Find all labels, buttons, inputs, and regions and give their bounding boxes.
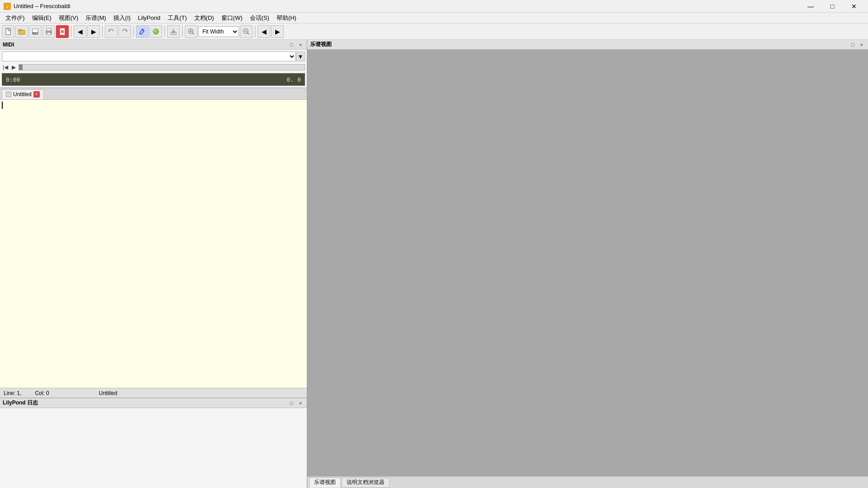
midi-progress-bar[interactable] [19, 64, 305, 70]
print-preview-button[interactable] [29, 25, 42, 38]
score-back-button[interactable]: ◀ [258, 25, 270, 38]
editor-tab-close[interactable]: × [33, 91, 40, 98]
score-forward-button[interactable]: ▶ [271, 25, 284, 38]
score-header: 乐谱视图 □ × [307, 40, 868, 50]
score-tab-scoreview[interactable]: 乐谱视图 [309, 478, 341, 488]
log-close-btn[interactable]: × [297, 400, 304, 407]
toolbar-score-nav-group: ◀ ▶ [258, 25, 284, 38]
midi-progress-fill [19, 65, 23, 70]
main-layout: MIDI □ × ▼ |◀ ▶ [0, 40, 868, 488]
maximize-button[interactable]: □ [822, 0, 843, 13]
midi-title: MIDI [3, 42, 14, 48]
toolbar-sep-5 [182, 26, 183, 37]
menu-item-编辑E[interactable]: 编辑(E) [28, 13, 55, 23]
midi-dropdown-arrow[interactable]: ▼ [296, 51, 305, 61]
forward-button[interactable]: ▶ [87, 25, 100, 38]
midi-header: MIDI □ × [0, 40, 307, 50]
menu-item-LilyPond[interactable]: LilyPond [134, 14, 164, 22]
editor-content[interactable] [0, 100, 307, 388]
zoom-controls: Fit Width Fit Page 50% 75% 100% 125% 150… [185, 25, 253, 38]
zoom-out-button[interactable] [240, 25, 253, 38]
midi-time: 0:00 [6, 76, 20, 83]
left-panel: MIDI □ × ▼ |◀ ▶ [0, 40, 307, 488]
editor-tabs: Untitled × [0, 88, 307, 100]
print-button[interactable] [42, 25, 55, 38]
title-left: ♩ Untitled – Frescobaldi [4, 3, 70, 10]
log-header: LilyPond 日志 □ × [0, 398, 307, 408]
delete-button[interactable] [56, 25, 69, 38]
editor-tab-label: Untitled [13, 91, 32, 98]
toolbar-sep-6 [255, 26, 255, 37]
score-tab-docbrowser[interactable]: 说明文档浏览器 [342, 478, 389, 488]
zoom-select[interactable]: Fit Width Fit Page 50% 75% 100% 125% 150… [198, 26, 239, 37]
editor-area: Untitled × Line: 1, Col: 0 Untitled [0, 88, 307, 398]
midi-play-button[interactable]: ▶ [11, 63, 17, 71]
toolbar-nav-group: ◀ ▶ [74, 25, 100, 38]
editor-tab-icon [6, 92, 11, 97]
menu-item-工具T[interactable]: 工具(T) [164, 13, 191, 23]
score-tabs-bar: 乐谱视图 说明文档浏览器 [307, 476, 868, 488]
open-button[interactable] [15, 25, 28, 38]
svg-rect-9 [47, 33, 51, 35]
svg-point-18 [154, 30, 156, 32]
midi-display: 0:00 0. 0 [2, 73, 305, 86]
score-title: 乐谱视图 [310, 41, 332, 48]
redo-button[interactable] [118, 25, 131, 38]
engrave-button[interactable] [150, 25, 162, 38]
svg-line-27 [247, 33, 249, 34]
midi-minimize-btn[interactable]: □ [288, 41, 295, 48]
score-close-btn[interactable]: × [858, 41, 865, 48]
menu-item-窗口W[interactable]: 窗口(W) [218, 13, 246, 23]
svg-line-23 [192, 33, 194, 34]
menu-item-会话S[interactable]: 会话(S) [246, 13, 273, 23]
export-button[interactable] [167, 25, 180, 38]
midi-panel: MIDI □ × ▼ |◀ ▶ [0, 40, 307, 88]
close-button[interactable]: ✕ [844, 0, 864, 13]
status-bar: Line: 1, Col: 0 Untitled [0, 388, 307, 398]
midi-dropdown-row: ▼ [2, 51, 305, 61]
minimize-button[interactable]: — [800, 0, 821, 13]
menu-item-文件F[interactable]: 文件(F) [2, 13, 28, 23]
toolbar-action-group [136, 25, 162, 38]
back-button[interactable]: ◀ [74, 25, 86, 38]
edit-mode-button[interactable] [136, 25, 149, 38]
toolbar-sep-3 [133, 26, 134, 37]
toolbar: ◀ ▶ Fit Width Fit Page 50% 75% 100% [0, 23, 868, 40]
midi-counter: 0 [297, 76, 301, 83]
menu-bar: 文件(F)编辑(E)视图(V)乐谱(M)插入(I)LilyPond工具(T)文档… [0, 13, 868, 23]
toolbar-edit-group [105, 25, 131, 38]
log-title: LilyPond 日志 [3, 399, 38, 407]
window-title: Untitled – Frescobaldi [14, 3, 70, 9]
menu-item-插入I[interactable]: 插入(I) [110, 13, 134, 23]
menu-item-视图V[interactable]: 视图(V) [55, 13, 82, 23]
status-filename: Untitled [99, 390, 117, 396]
toolbar-sep-4 [164, 26, 165, 37]
midi-device-select[interactable] [2, 51, 296, 61]
title-controls: — □ ✕ [800, 0, 864, 13]
editor-cursor [2, 102, 3, 109]
midi-close-btn[interactable]: × [297, 41, 304, 48]
toolbar-sep-1 [71, 26, 71, 37]
score-minimize-btn[interactable]: □ [849, 41, 856, 48]
editor-tab-untitled[interactable]: Untitled × [2, 89, 44, 99]
status-line: Line: 1, [4, 390, 21, 396]
toolbar-file-group [2, 25, 69, 38]
status-col: Col: 0 [35, 390, 49, 396]
svg-rect-3 [19, 29, 21, 31]
undo-button[interactable] [105, 25, 117, 38]
menu-item-帮助H[interactable]: 帮助(H) [273, 13, 300, 23]
midi-label: MIDI [3, 42, 14, 48]
toolbar-sep-2 [102, 26, 103, 37]
midi-header-controls: □ × [288, 41, 304, 48]
right-panel: 乐谱视图 □ × 乐谱视图 说明文档浏览器 [307, 40, 868, 488]
score-tab-2-label: 说明文档浏览器 [347, 479, 385, 486]
log-minimize-btn[interactable]: □ [288, 400, 295, 407]
menu-item-文档D[interactable]: 文档(D) [191, 13, 218, 23]
log-content [0, 408, 307, 488]
new-button[interactable] [2, 25, 14, 38]
midi-start-button[interactable]: |◀ [2, 63, 9, 71]
zoom-in-button[interactable] [185, 25, 197, 38]
menu-item-乐谱M[interactable]: 乐谱(M) [82, 13, 110, 23]
midi-beat: 0. [287, 76, 294, 83]
score-tab-1-label: 乐谱视图 [314, 479, 336, 486]
